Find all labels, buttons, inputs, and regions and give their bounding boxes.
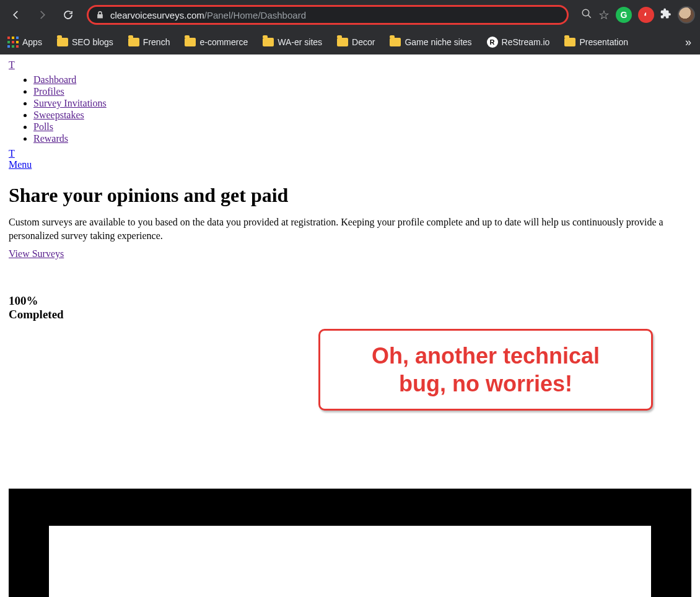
page-heading: Share your opinions and get paid <box>9 184 691 207</box>
folder-icon <box>337 38 348 46</box>
adblock-extension-icon[interactable] <box>638 7 654 23</box>
url-domain: clearvoicesurveys.com <box>110 10 204 20</box>
folder-icon <box>57 38 68 46</box>
grammarly-extension-icon[interactable]: G <box>616 7 632 23</box>
toolbar-right-icons: ☆ G <box>576 6 695 24</box>
forward-button[interactable] <box>31 4 53 26</box>
apps-label: Apps <box>22 37 42 47</box>
browser-chrome: clearvoicesurveys.com/Panel/Home/Dashboa… <box>0 0 700 54</box>
folder-icon <box>128 38 139 46</box>
bookmark-overflow-icon[interactable]: » <box>685 36 693 49</box>
annotation-callout: Oh, another technical bug, no worries! <box>318 329 653 411</box>
bookmark-label: WA-er sites <box>278 37 322 47</box>
restream-icon: R <box>487 37 498 48</box>
bookmark-label: French <box>143 37 170 47</box>
bookmark-label: ReStream.io <box>502 37 550 47</box>
address-bar[interactable]: clearvoicesurveys.com/Panel/Home/Dashboa… <box>87 5 569 25</box>
page-body: T Dashboard Profiles Survey Invitations … <box>0 54 700 597</box>
nav-list: Dashboard Profiles Survey Invitations Sw… <box>9 74 691 144</box>
folder-icon <box>185 38 196 46</box>
nav-dashboard[interactable]: Dashboard <box>33 74 76 85</box>
nav-survey-invitations[interactable]: Survey Invitations <box>33 98 107 108</box>
apps-grid-icon <box>7 37 19 48</box>
t-link-top[interactable]: T <box>9 59 15 70</box>
stat-label: Completed <box>9 308 691 321</box>
menu-link[interactable]: Menu <box>9 159 32 170</box>
black-section <box>9 489 691 597</box>
callout-line1: Oh, another technical <box>338 342 634 370</box>
bookmark-label: Game niche sites <box>405 37 471 47</box>
url-path: /Panel/Home/Dashboard <box>204 10 306 20</box>
folder-icon <box>390 38 401 46</box>
bookmark-folder[interactable]: French <box>128 37 170 47</box>
zoom-icon[interactable] <box>581 8 592 22</box>
nav-sweepstakes[interactable]: Sweepstakes <box>33 110 84 120</box>
bookmark-label: e-commerce <box>199 37 248 47</box>
bookmark-folder[interactable]: SEO blogs <box>57 37 113 47</box>
bookmark-item[interactable]: RReStream.io <box>487 37 550 48</box>
stat-percent: 100% <box>9 294 691 308</box>
bookmark-folder[interactable]: Game niche sites <box>390 37 471 47</box>
folder-icon <box>263 38 274 46</box>
bookmark-label: SEO blogs <box>72 37 113 47</box>
bookmark-label: Decor <box>352 37 375 47</box>
back-button[interactable] <box>5 4 27 26</box>
bookmark-folder[interactable]: Decor <box>337 37 375 47</box>
view-surveys-link[interactable]: View Surveys <box>9 248 64 259</box>
folder-icon <box>564 38 575 46</box>
lock-icon <box>96 11 104 19</box>
nav-polls[interactable]: Polls <box>33 121 53 132</box>
bookmark-star-icon[interactable]: ☆ <box>598 7 610 22</box>
svg-point-0 <box>582 9 589 16</box>
reload-button[interactable] <box>57 4 79 26</box>
browser-toolbar: clearvoicesurveys.com/Panel/Home/Dashboa… <box>0 0 700 30</box>
apps-button[interactable]: Apps <box>7 37 42 48</box>
nav-rewards[interactable]: Rewards <box>33 133 68 144</box>
bookmark-folder[interactable]: WA-er sites <box>263 37 322 47</box>
profile-avatar[interactable] <box>678 6 695 24</box>
extensions-icon[interactable] <box>660 8 672 22</box>
white-inner <box>49 526 651 597</box>
intro-paragraph: Custom surveys are available to you base… <box>9 216 691 243</box>
bookmark-folder[interactable]: e-commerce <box>185 37 248 47</box>
nav-profiles[interactable]: Profiles <box>33 86 64 97</box>
t-link-bottom[interactable]: T <box>9 148 15 159</box>
bookmark-folder[interactable]: Presentation <box>564 37 628 47</box>
callout-line2: bug, no worries! <box>338 370 634 398</box>
bookmarks-bar: Apps SEO blogs French e-commerce WA-er s… <box>0 30 700 54</box>
bookmark-label: Presentation <box>579 37 628 47</box>
